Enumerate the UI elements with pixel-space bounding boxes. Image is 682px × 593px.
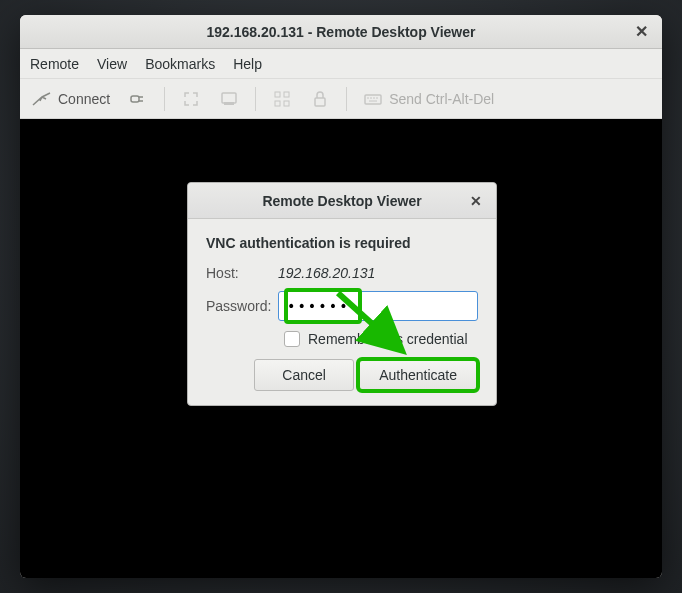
- menu-help[interactable]: Help: [233, 56, 262, 72]
- svg-rect-0: [131, 96, 139, 102]
- host-value: 192.168.20.131: [278, 265, 375, 281]
- plug-icon: [128, 89, 148, 109]
- authenticate-button-label: Authenticate: [379, 367, 457, 383]
- toolbar-disconnect[interactable]: [122, 85, 154, 113]
- password-row: Password:: [206, 291, 478, 321]
- window-close-button[interactable]: ✕: [631, 15, 652, 48]
- toolbar-keyboard: [266, 85, 298, 113]
- menubar: Remote View Bookmarks Help: [20, 49, 662, 79]
- toolbar-screenshot: [213, 85, 245, 113]
- toolbar-send-keys-label: Send Ctrl-Alt-Del: [389, 91, 494, 107]
- window-titlebar: 192.168.20.131 - Remote Desktop Viewer ✕: [20, 15, 662, 49]
- keyboard-grid-icon: [272, 89, 292, 109]
- menu-remote[interactable]: Remote: [30, 56, 79, 72]
- remember-label: Remember this credential: [308, 331, 468, 347]
- dialog-title: Remote Desktop Viewer: [262, 193, 421, 209]
- toolbar: Connect: [20, 79, 662, 119]
- toolbar-separator: [164, 87, 165, 111]
- screenshot-icon: [219, 89, 239, 109]
- auth-dialog: Remote Desktop Viewer ✕ VNC authenticati…: [187, 182, 497, 406]
- authenticate-button[interactable]: Authenticate: [358, 359, 478, 391]
- cancel-button[interactable]: Cancel: [254, 359, 354, 391]
- dialog-heading: VNC authentication is required: [206, 235, 478, 251]
- toolbar-send-keys: Send Ctrl-Alt-Del: [357, 85, 500, 113]
- host-label: Host:: [206, 265, 278, 281]
- menu-bookmarks[interactable]: Bookmarks: [145, 56, 215, 72]
- connect-icon: [32, 89, 52, 109]
- dialog-close-button[interactable]: ✕: [466, 183, 486, 218]
- svg-rect-1: [222, 93, 236, 103]
- toolbar-connect-label: Connect: [58, 91, 110, 107]
- svg-rect-4: [284, 92, 289, 97]
- window-title: 192.168.20.131 - Remote Desktop Viewer: [206, 24, 475, 40]
- fullscreen-icon: [181, 89, 201, 109]
- dialog-button-row: Cancel Authenticate: [206, 359, 478, 391]
- remember-row: Remember this credential: [284, 331, 478, 347]
- toolbar-fullscreen: [175, 85, 207, 113]
- svg-rect-7: [315, 98, 325, 106]
- close-icon: ✕: [470, 193, 482, 209]
- toolbar-separator: [346, 87, 347, 111]
- toolbar-lock: [304, 85, 336, 113]
- remember-checkbox[interactable]: [284, 331, 300, 347]
- lock-icon: [310, 89, 330, 109]
- host-row: Host: 192.168.20.131: [206, 265, 478, 281]
- svg-rect-3: [275, 92, 280, 97]
- dialog-titlebar: Remote Desktop Viewer ✕: [188, 183, 496, 219]
- menu-view[interactable]: View: [97, 56, 127, 72]
- keyboard-icon: [363, 89, 383, 109]
- toolbar-separator: [255, 87, 256, 111]
- svg-rect-6: [284, 101, 289, 106]
- password-input[interactable]: [278, 291, 478, 321]
- svg-rect-5: [275, 101, 280, 106]
- toolbar-connect[interactable]: Connect: [26, 85, 116, 113]
- svg-rect-2: [224, 102, 234, 105]
- dialog-body: VNC authentication is required Host: 192…: [188, 219, 496, 405]
- password-label: Password:: [206, 298, 278, 314]
- cancel-button-label: Cancel: [282, 367, 326, 383]
- svg-rect-8: [365, 95, 381, 104]
- close-icon: ✕: [635, 22, 648, 41]
